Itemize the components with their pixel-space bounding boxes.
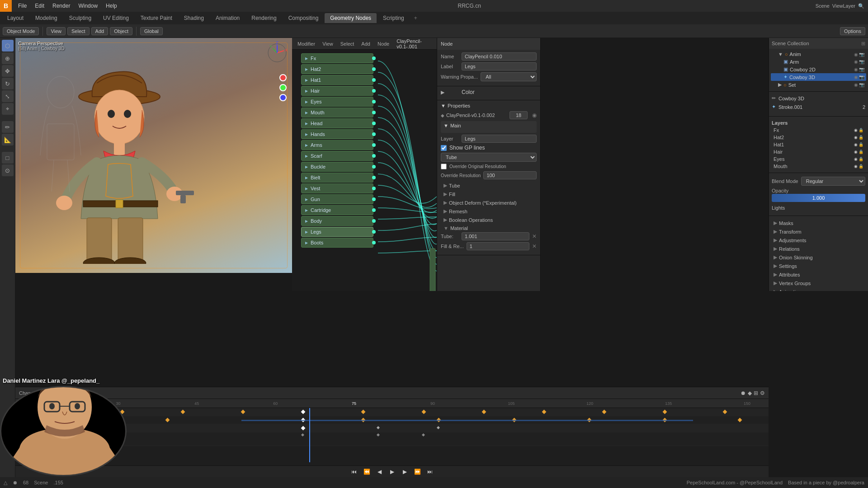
set-eye[interactable]: ◉ — [854, 82, 858, 87]
layer-mouth-lock[interactable]: 🔒 — [859, 164, 863, 169]
masks-section[interactable]: ▶ Masks — [771, 219, 866, 227]
animation-section[interactable]: ▶ Animation — [771, 287, 866, 291]
layer-hat1-lock[interactable]: 🔒 — [859, 142, 863, 147]
node-cartridge[interactable]: Cartridge — [301, 205, 373, 215]
np-gp-checkbox[interactable] — [441, 145, 447, 151]
layer-hair-eye[interactable]: ◉ — [854, 150, 858, 154]
node-scarf[interactable]: Scarf — [301, 151, 373, 161]
tool-add-cube[interactable]: □ — [2, 152, 14, 164]
layer-fx-lock[interactable]: 🔒 — [859, 128, 863, 132]
jump-end-btn[interactable]: ⏭ — [425, 467, 434, 476]
np-fill-num-input[interactable] — [470, 244, 526, 249]
layer-hat2-eye[interactable]: ◉ — [854, 135, 858, 140]
layer-mouth[interactable]: Mouth ◉ 🔒 — [772, 163, 865, 170]
collection-arm[interactable]: ▣ Arm ◉ 📷 — [771, 58, 866, 66]
np-layer-value[interactable] — [462, 135, 537, 143]
layer-fx-eye[interactable]: ◉ — [854, 128, 858, 132]
layer-hair-lock[interactable]: 🔒 — [859, 150, 863, 154]
np-boolean-section[interactable]: ▶ Boolean Operations — [441, 216, 537, 224]
set-camera[interactable]: 📷 — [859, 82, 864, 87]
transform-section[interactable]: ▶ Transform — [771, 227, 866, 236]
node-buckle[interactable]: Buckle — [301, 162, 373, 172]
opacity-slider[interactable]: 1.000 — [772, 194, 865, 202]
arm-eye[interactable]: ◉ — [854, 59, 858, 64]
np-label-input[interactable] — [465, 64, 533, 69]
track-3[interactable] — [15, 424, 769, 432]
timeline-settings-btn[interactable]: ⚙ — [760, 390, 765, 396]
blend-mode-select[interactable]: Regular — [801, 177, 865, 186]
layer-hat2[interactable]: Hat2 ◉ 🔒 — [772, 134, 865, 141]
mode-button[interactable]: Object Mode — [3, 27, 39, 35]
np-tube-close[interactable]: ✕ — [532, 233, 537, 239]
ne-content[interactable]: Fx Hat2 Hat1 Hair Eyes Mouth — [292, 50, 437, 291]
ne-select-btn[interactable]: Select — [338, 40, 357, 47]
cowboy3d-camera[interactable]: 📷 — [859, 75, 864, 80]
track-4[interactable] — [15, 432, 769, 446]
menu-render[interactable]: Render — [49, 2, 74, 10]
layer-hat2-lock[interactable]: 🔒 — [859, 135, 863, 140]
np-name-value[interactable] — [462, 52, 537, 61]
menu-window[interactable]: Window — [75, 2, 101, 10]
np-material-num[interactable]: 18 — [509, 111, 528, 119]
np-remesh-section[interactable]: ▶ Remesh — [441, 207, 537, 216]
settings-section[interactable]: ▶ Settings — [771, 262, 866, 270]
search-icon[interactable]: 🔍 — [858, 3, 864, 9]
layer-eyes-eye[interactable]: ◉ — [854, 157, 858, 161]
node-arms[interactable]: Arms — [301, 140, 373, 150]
timeline-record-btn[interactable]: ⏺ — [741, 390, 746, 396]
node-editor-viewport[interactable]: Modifier View Select Add Node ClayPencil… — [292, 38, 437, 291]
np-tube-val-input[interactable] — [462, 232, 529, 240]
node-mouth[interactable]: Mouth — [301, 108, 373, 117]
next-frame-btn[interactable]: ⏩ — [413, 467, 422, 476]
node-eyes[interactable]: Eyes — [301, 97, 373, 107]
jump-start-btn[interactable]: ⏮ — [349, 467, 359, 476]
node-legs[interactable]: Legs — [301, 227, 373, 237]
np-name-input[interactable] — [465, 54, 533, 59]
node-boots[interactable]: Boots — [301, 238, 373, 248]
cowboy3d-eye[interactable]: ◉ — [854, 75, 858, 80]
layer-hat1-eye[interactable]: ◉ — [854, 142, 858, 147]
prev-keyframe-btn[interactable]: ◀ — [375, 467, 384, 476]
viewport-gizmo[interactable]: X Y Z — [266, 42, 288, 64]
tool-cursor[interactable]: ⊕ — [2, 52, 14, 64]
tab-layout[interactable]: Layout — [2, 13, 29, 23]
timeline-tracks[interactable]: 1 — [15, 408, 769, 462]
anim-render[interactable]: 📷 — [859, 52, 864, 57]
anim-eye[interactable]: ◉ — [854, 52, 858, 57]
play-btn[interactable]: ▶ — [387, 467, 396, 476]
tab-sculpting[interactable]: Sculpting — [64, 13, 97, 23]
collection-cowboy2d[interactable]: ▣ Cowboy 2D ◉ 📷 — [771, 66, 866, 73]
tool-measure[interactable]: 📐 — [2, 134, 14, 145]
node-vest[interactable]: Vest — [301, 183, 373, 193]
color-controls[interactable] — [279, 74, 287, 101]
cowboy2d-eye[interactable]: ◉ — [854, 67, 858, 72]
np-material-sub-section[interactable]: ▼ Material — [441, 224, 537, 232]
select-button[interactable]: Select — [67, 27, 90, 35]
tool-transform[interactable]: ⌖ — [2, 103, 14, 115]
tab-scripting[interactable]: Scripting — [377, 13, 410, 23]
menu-edit[interactable]: Edit — [31, 2, 48, 10]
np-override-res-value[interactable]: 100 — [483, 171, 537, 179]
tab-geometry-nodes[interactable]: Geometry Nodes — [325, 13, 377, 23]
relations-section[interactable]: ▶ Relations — [771, 244, 866, 253]
menu-file[interactable]: File — [14, 2, 30, 10]
node-head[interactable]: Head — [301, 118, 373, 128]
arm-camera[interactable]: 📷 — [859, 59, 864, 64]
layer-eyes-lock[interactable]: 🔒 — [859, 157, 863, 161]
track-2[interactable] — [15, 416, 769, 424]
np-layer-input[interactable] — [465, 136, 533, 141]
np-warning-select[interactable]: All — [481, 72, 537, 81]
track-1[interactable]: 1 — [15, 408, 769, 416]
ne-modifier-btn[interactable]: Modifier — [295, 40, 318, 47]
tool-gizmo[interactable]: ⊙ — [2, 164, 14, 176]
node-fx[interactable]: Fx — [301, 53, 373, 63]
tool-rotate[interactable]: ↻ — [2, 78, 14, 89]
ne-view-btn[interactable]: View — [320, 40, 336, 47]
tab-compositing[interactable]: Compositing — [283, 13, 324, 23]
next-keyframe-btn[interactable]: ▶ — [400, 467, 409, 476]
np-fill-close[interactable]: ✕ — [532, 243, 537, 249]
tab-animation[interactable]: Animation — [210, 13, 245, 23]
tab-shading[interactable]: Shading — [179, 13, 209, 23]
tool-move[interactable]: ✥ — [2, 65, 14, 77]
np-tube-section[interactable]: ▶ Tube — [441, 181, 537, 190]
